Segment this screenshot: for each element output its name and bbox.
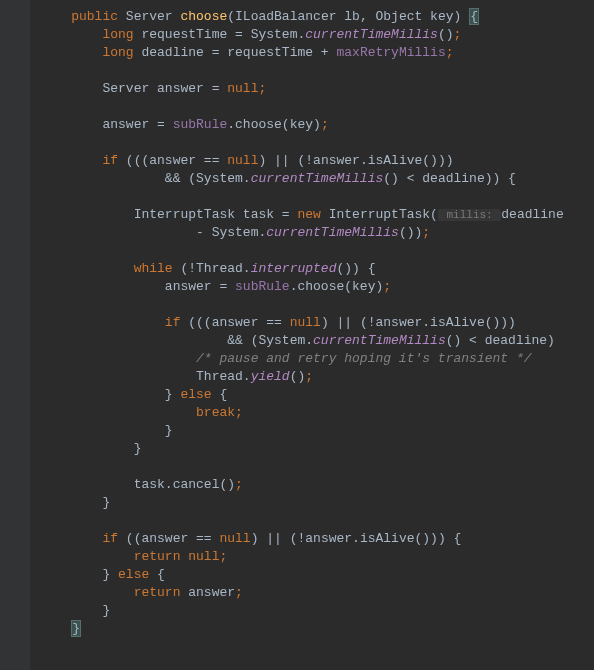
- token-type: ILoadBalancer: [235, 9, 344, 24]
- code-line: }: [40, 602, 594, 620]
- code-line: long deadline = requestTime + maxRetryMi…: [40, 44, 594, 62]
- indent: [40, 45, 102, 60]
- token-type: (!Thread.: [180, 261, 250, 276]
- code-line: InterruptTask task = new InterruptTask( …: [40, 206, 594, 224]
- token-kw: return null: [134, 549, 220, 564]
- token-type: deadline = requestTime +: [141, 45, 336, 60]
- token-type: (((answer ==: [126, 153, 227, 168]
- token-type: && (System.: [227, 333, 313, 348]
- code-line: if (((answer == null) || (!answer.isAliv…: [40, 152, 594, 170]
- indent: [40, 207, 134, 222]
- editor-gutter[interactable]: [0, 0, 30, 670]
- token-type: InterruptTask(: [329, 207, 438, 222]
- token-type: .choose(key): [227, 117, 321, 132]
- indent: [40, 495, 102, 510]
- token-type: }: [165, 387, 181, 402]
- token-type: {: [157, 567, 165, 582]
- token-type: }: [134, 441, 142, 456]
- token-semicolon: ;: [219, 549, 227, 564]
- code-line: }: [40, 494, 594, 512]
- token-kw: if: [165, 315, 188, 330]
- token-op: ,: [360, 9, 376, 24]
- code-line: }: [40, 422, 594, 440]
- indent: [40, 441, 134, 456]
- token-kw: long: [102, 27, 141, 42]
- indent: [40, 585, 134, 600]
- token-method-static: currentTimeMillis: [305, 27, 438, 42]
- token-field: maxRetryMillis: [336, 45, 445, 60]
- indent: [40, 477, 134, 492]
- token-semicolon: ;: [383, 279, 391, 294]
- token-type: answer =: [165, 279, 235, 294]
- token-type: answer =: [102, 117, 172, 132]
- token-paren: (): [438, 27, 454, 42]
- token-param: lb: [344, 9, 360, 24]
- code-line: [40, 242, 594, 260]
- code-line: answer = subRule.choose(key);: [40, 116, 594, 134]
- code-line: [40, 62, 594, 80]
- indent: [40, 567, 102, 582]
- token-method-static: currentTimeMillis: [251, 171, 384, 186]
- token-type: Server: [126, 9, 181, 24]
- code-line: Thread.yield();: [40, 368, 594, 386]
- token-kw: public: [71, 9, 126, 24]
- code-text-area[interactable]: public Server choose(ILoadBalancer lb, O…: [30, 0, 594, 670]
- token-paren: ): [454, 9, 470, 24]
- token-type: () < deadline): [446, 333, 555, 348]
- code-line: } else {: [40, 386, 594, 404]
- token-kw: new: [297, 207, 328, 222]
- token-method-static: yield: [251, 369, 290, 384]
- indent: [40, 387, 165, 402]
- token-semicolon: ;: [258, 81, 266, 96]
- code-line: answer = subRule.choose(key);: [40, 278, 594, 296]
- token-kw: null: [290, 315, 321, 330]
- code-line: while (!Thread.interrupted()) {: [40, 260, 594, 278]
- code-line: Server answer = null;: [40, 80, 594, 98]
- code-line: - System.currentTimeMillis());: [40, 224, 594, 242]
- code-line: /* pause and retry hoping it's transient…: [40, 350, 594, 368]
- indent: [40, 153, 102, 168]
- indent: [40, 549, 134, 564]
- indent: [40, 621, 71, 636]
- token-semicolon: ;: [235, 477, 243, 492]
- indent: [40, 531, 102, 546]
- indent: [40, 279, 165, 294]
- token-type: ((answer ==: [126, 531, 220, 546]
- token-paren: (: [227, 9, 235, 24]
- token-method-decl: choose: [180, 9, 227, 24]
- token-type: .choose(key): [290, 279, 384, 294]
- indent: [40, 117, 102, 132]
- token-semicolon: ;: [454, 27, 462, 42]
- code-line: [40, 134, 594, 152]
- indent: [40, 171, 165, 186]
- token-type: answer: [188, 585, 235, 600]
- code-line: task.cancel();: [40, 476, 594, 494]
- token-type: ) || (!answer.isAlive())) {: [251, 531, 462, 546]
- code-line: if (((answer == null) || (!answer.isAliv…: [40, 314, 594, 332]
- token-type: () < deadline)) {: [383, 171, 516, 186]
- token-field: subRule: [235, 279, 290, 294]
- indent: [40, 225, 196, 240]
- code-line: return answer;: [40, 584, 594, 602]
- token-semicolon: ;: [422, 225, 430, 240]
- token-field: subRule: [173, 117, 228, 132]
- code-line: } else {: [40, 566, 594, 584]
- token-kw: return: [134, 585, 189, 600]
- token-type: Server answer =: [102, 81, 227, 96]
- indent: [40, 261, 134, 276]
- token-kw: else: [118, 567, 157, 582]
- token-semicolon: ;: [235, 585, 243, 600]
- indent: [40, 603, 102, 618]
- token-type: }: [102, 567, 118, 582]
- token-comment: /* pause and retry hoping it's transient…: [196, 351, 531, 366]
- token-type: ()) {: [336, 261, 375, 276]
- indent: [40, 405, 196, 420]
- code-line: && (System.currentTimeMillis() < deadlin…: [40, 332, 594, 350]
- token-kw: long: [102, 45, 141, 60]
- token-method-static: interrupted: [251, 261, 337, 276]
- token-type: }: [102, 495, 110, 510]
- code-line: if ((answer == null) || (!answer.isAlive…: [40, 530, 594, 548]
- code-line: [40, 188, 594, 206]
- code-editor: public Server choose(ILoadBalancer lb, O…: [0, 0, 594, 670]
- token-hint: millis:: [438, 209, 501, 221]
